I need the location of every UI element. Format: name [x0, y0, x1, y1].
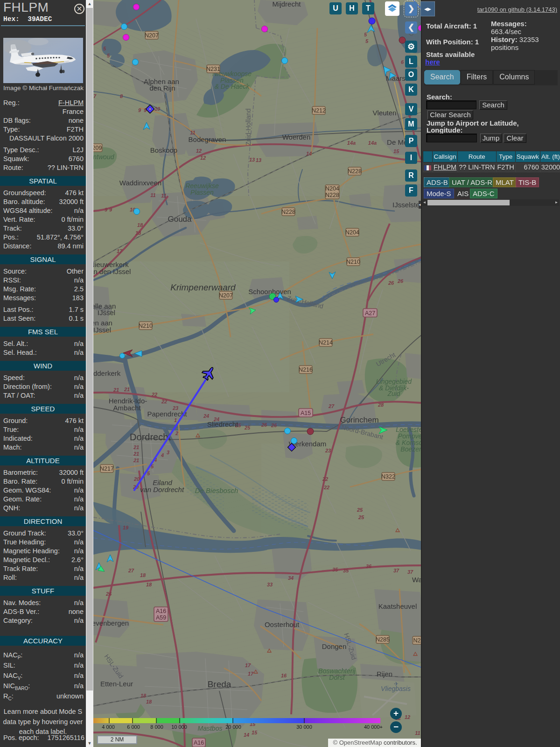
- svg-text:N216: N216: [299, 366, 313, 373]
- svg-text:Zuid-Holland: Zuid-Holland: [245, 108, 252, 145]
- svg-text:21: 21: [133, 451, 139, 457]
- svg-text:Boezem: Boezem: [400, 445, 422, 453]
- svg-text:Woerden: Woerden: [282, 133, 311, 141]
- svg-text:5: 5: [107, 53, 110, 58]
- svg-text:Vleuten: Vleuten: [373, 109, 397, 117]
- svg-text:12: 12: [405, 714, 410, 720]
- svg-text:22: 22: [322, 476, 328, 482]
- svg-text:Zuid: Zuid: [387, 390, 400, 397]
- svg-text:4: 4: [161, 452, 164, 458]
- svg-text:10: 10: [154, 106, 161, 112]
- svg-text:Mijdrecht: Mijdrecht: [273, 0, 301, 8]
- svg-text:2: 2: [175, 430, 178, 436]
- svg-text:26: 26: [105, 591, 112, 597]
- svg-text:entwoud: entwoud: [93, 153, 115, 161]
- svg-text:N204: N204: [325, 185, 339, 192]
- svg-text:21: 21: [133, 444, 139, 450]
- svg-text:IJssel: IJssel: [93, 326, 111, 334]
- svg-text:25: 25: [358, 514, 364, 520]
- svg-text:Etten-Leur: Etten-Leur: [100, 680, 133, 688]
- svg-text:13: 13: [249, 157, 255, 162]
- svg-text:5: 5: [365, 38, 369, 44]
- svg-text:N207: N207: [145, 32, 159, 39]
- svg-text:✈: ✈: [394, 681, 399, 687]
- svg-text:18: 18: [146, 582, 152, 587]
- svg-text:11: 11: [161, 193, 166, 198]
- svg-text:34: 34: [288, 575, 294, 581]
- svg-text:Gorinchem: Gorinchem: [340, 416, 378, 424]
- svg-text:& De Haeck: & De Haeck: [215, 83, 250, 90]
- svg-text:5: 5: [103, 46, 106, 51]
- svg-text:Boskoop: Boskoop: [150, 146, 177, 154]
- svg-text:N212: N212: [312, 107, 326, 114]
- svg-text:22: 22: [161, 399, 167, 404]
- svg-text:12: 12: [196, 148, 202, 154]
- svg-text:Zevenbergen: Zevenbergen: [93, 619, 129, 627]
- svg-text:11: 11: [415, 730, 420, 736]
- svg-text:11: 11: [150, 192, 155, 198]
- svg-text:IJsselstein: IJsselstein: [392, 201, 422, 209]
- svg-text:18: 18: [137, 222, 143, 228]
- svg-text:36: 36: [366, 564, 372, 569]
- svg-text:Krimpenerwaard: Krimpenerwaard: [170, 282, 236, 292]
- svg-text:Ridderkerk: Ridderkerk: [93, 369, 121, 377]
- svg-text:A59: A59: [156, 614, 166, 621]
- svg-text:6 000: 6 000: [127, 724, 140, 730]
- svg-text:12: 12: [200, 155, 206, 161]
- svg-text:6: 6: [401, 59, 404, 65]
- svg-text:Ambacht: Ambacht: [113, 404, 141, 412]
- svg-text:30 000: 30 000: [296, 724, 312, 730]
- svg-text:aan den IJssel: aan den IJssel: [93, 268, 131, 275]
- svg-text:1: 1: [174, 417, 177, 423]
- svg-text:A27: A27: [365, 310, 375, 317]
- svg-text:N228: N228: [281, 209, 295, 215]
- svg-text:26: 26: [271, 423, 277, 428]
- svg-text:N210: N210: [346, 259, 360, 265]
- svg-text:N228: N228: [325, 192, 339, 198]
- svg-text:Dordrecht: Dordrecht: [130, 432, 171, 442]
- svg-text:N285: N285: [376, 636, 390, 643]
- svg-text:19: 19: [123, 525, 129, 530]
- svg-text:Breda: Breda: [208, 679, 231, 689]
- svg-text:N204: N204: [345, 229, 359, 236]
- svg-text:18: 18: [140, 572, 146, 578]
- svg-text:26: 26: [261, 422, 267, 428]
- svg-text:Schoonhoven: Schoonhoven: [248, 288, 291, 296]
- svg-text:Rijen: Rijen: [377, 670, 392, 678]
- svg-text:209: 209: [93, 145, 102, 151]
- svg-text:35: 35: [332, 567, 338, 572]
- svg-text:5: 5: [364, 32, 367, 37]
- svg-text:16: 16: [281, 673, 287, 678]
- svg-text:Dongen: Dongen: [322, 642, 347, 650]
- svg-text:17: 17: [248, 671, 254, 677]
- svg-text:21: 21: [113, 387, 119, 393]
- svg-text:40 000+: 40 000+: [364, 724, 383, 730]
- svg-text:20 000: 20 000: [225, 724, 241, 730]
- svg-text:27: 27: [128, 568, 134, 573]
- svg-text:A15: A15: [301, 410, 311, 416]
- svg-text:20: 20: [133, 476, 140, 482]
- svg-text:25: 25: [244, 425, 251, 430]
- svg-text:Wa: Wa: [412, 576, 422, 584]
- svg-text:N210: N210: [139, 323, 153, 329]
- svg-text:Waddinxveen: Waddinxveen: [119, 179, 161, 187]
- svg-text:22: 22: [323, 485, 329, 490]
- svg-text:11: 11: [190, 130, 195, 135]
- svg-text:27: 27: [328, 403, 335, 409]
- svg-text:15: 15: [393, 148, 399, 154]
- svg-text:9: 9: [138, 107, 141, 113]
- svg-text:18: 18: [146, 699, 152, 705]
- svg-text:37: 37: [393, 568, 399, 573]
- svg-text:33: 33: [267, 582, 273, 587]
- svg-text:den Rijn: den Rijn: [149, 84, 175, 92]
- svg-text:Gouda: Gouda: [168, 215, 192, 224]
- svg-text:25: 25: [357, 507, 363, 513]
- svg-text:4 000: 4 000: [102, 724, 115, 730]
- svg-text:14: 14: [244, 732, 249, 738]
- svg-text:21: 21: [133, 458, 139, 463]
- svg-text:Bodegraven: Bodegraven: [189, 135, 226, 143]
- svg-text:N322: N322: [381, 473, 395, 480]
- svg-text:13: 13: [256, 157, 261, 163]
- svg-text:N214: N214: [319, 339, 333, 346]
- svg-text:35: 35: [343, 568, 349, 573]
